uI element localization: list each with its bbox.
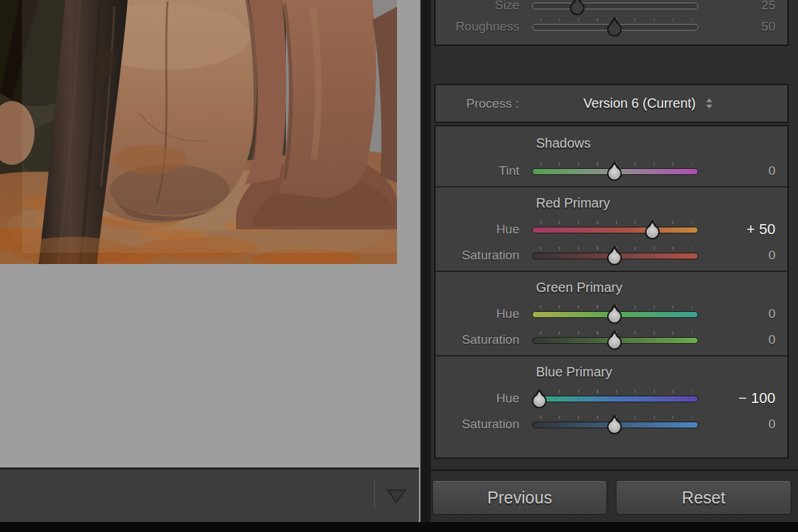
window-bottom-edge xyxy=(0,522,798,532)
slider-value[interactable]: 0 xyxy=(698,332,787,347)
slider-knob[interactable] xyxy=(607,251,622,265)
slider-knob[interactable] xyxy=(607,420,622,434)
green-primary-group: Green Primary Hue 0 Saturation xyxy=(436,271,787,355)
slider-control[interactable] xyxy=(532,388,698,408)
slider-label: Tint xyxy=(436,164,529,178)
process-label: Process : xyxy=(436,96,519,111)
slider-ticks xyxy=(540,221,692,224)
slider-control[interactable] xyxy=(532,245,698,265)
toolbar-dropdown-triangle-icon[interactable] xyxy=(386,488,407,504)
green-primary-saturation-slider-row: Saturation 0 xyxy=(436,327,787,352)
grain-section-box: Size 25 Roughness 50 xyxy=(434,0,789,46)
group-title: Red Primary xyxy=(536,196,787,211)
grain-roughness-slider-row: Roughness 50 xyxy=(436,16,787,37)
slider-value[interactable]: 0 xyxy=(698,248,787,263)
slider-value[interactable]: − 100 xyxy=(698,390,787,407)
panel-footer-divider xyxy=(431,469,798,471)
slider-track[interactable] xyxy=(532,396,698,402)
slider-ticks xyxy=(540,390,692,393)
slider-value[interactable]: 0 xyxy=(698,307,787,321)
slider-label: Hue xyxy=(436,391,529,406)
slider-knob[interactable] xyxy=(607,335,622,350)
slider-value[interactable]: 50 xyxy=(698,19,787,34)
blue-primary-saturation-slider-row: Saturation 0 xyxy=(436,411,787,437)
canvas-toolbar xyxy=(0,467,419,523)
slider-control[interactable] xyxy=(532,0,698,15)
panel-edge-divider xyxy=(420,0,432,532)
calibration-panel-header[interactable]: Calibration xyxy=(431,45,798,84)
slider-control[interactable] xyxy=(532,330,698,350)
green-primary-hue-slider-row: Hue 0 xyxy=(436,301,787,327)
slider-control[interactable] xyxy=(532,219,698,239)
slider-label: Saturation xyxy=(436,248,529,263)
calibration-sliders-box: Shadows Tint 0 Red Primary Hue xyxy=(434,125,789,459)
slider-knob[interactable] xyxy=(607,22,622,37)
slider-control[interactable] xyxy=(532,414,698,434)
slider-knob[interactable] xyxy=(607,166,622,181)
slider-value[interactable]: 0 xyxy=(698,417,787,432)
slider-knob[interactable] xyxy=(607,309,622,324)
process-version-value[interactable]: Version 6 (Current) xyxy=(583,96,696,110)
slider-control[interactable] xyxy=(532,161,698,181)
slider-value[interactable]: + 50 xyxy=(698,221,787,238)
slider-control[interactable] xyxy=(532,17,698,37)
slider-knob[interactable] xyxy=(645,225,660,239)
develop-right-panel: Size 25 Roughness 50 xyxy=(431,0,798,532)
group-title: Blue Primary xyxy=(536,364,787,380)
previous-button[interactable]: Previous xyxy=(432,480,607,515)
slider-control[interactable] xyxy=(532,304,698,324)
red-primary-saturation-slider-row: Saturation 0 xyxy=(436,242,787,268)
slider-value[interactable]: 25 xyxy=(698,0,787,13)
reset-button[interactable]: Reset xyxy=(616,480,791,515)
slider-track[interactable] xyxy=(532,3,698,9)
slider-knob[interactable] xyxy=(532,394,547,408)
group-title: Green Primary xyxy=(536,280,787,295)
slider-knob[interactable] xyxy=(570,1,585,15)
process-version-select[interactable]: Version 6 (Current) xyxy=(535,96,761,111)
slider-track[interactable] xyxy=(532,227,698,233)
toolbar-separator xyxy=(374,479,375,509)
red-primary-hue-slider-row: Hue + 50 xyxy=(436,216,787,242)
slider-label: Saturation xyxy=(436,332,529,347)
process-version-box: Process : Version 6 (Current) xyxy=(434,84,789,123)
shadows-tint-slider-row: Tint 0 xyxy=(436,158,787,184)
lightroom-develop-window: Size 25 Roughness 50 xyxy=(0,0,798,532)
photo-preview xyxy=(0,0,397,264)
blue-primary-hue-slider-row: Hue − 100 xyxy=(436,385,787,411)
blue-primary-group: Blue Primary Hue − 100 Saturation xyxy=(436,355,787,440)
slider-label: Hue xyxy=(436,307,529,321)
slider-label: Hue xyxy=(436,222,529,237)
shadows-group: Shadows Tint 0 xyxy=(436,136,787,186)
group-title: Shadows xyxy=(536,136,787,151)
slider-label: Saturation xyxy=(436,417,529,432)
red-primary-group: Red Primary Hue + 50 Saturation xyxy=(436,186,787,271)
up-down-arrows-icon[interactable] xyxy=(706,98,713,109)
slider-value[interactable]: 0 xyxy=(698,164,787,178)
slider-label: Size xyxy=(436,0,529,13)
grain-size-slider-row: Size 25 xyxy=(436,0,787,16)
slider-label: Roughness xyxy=(436,19,529,34)
